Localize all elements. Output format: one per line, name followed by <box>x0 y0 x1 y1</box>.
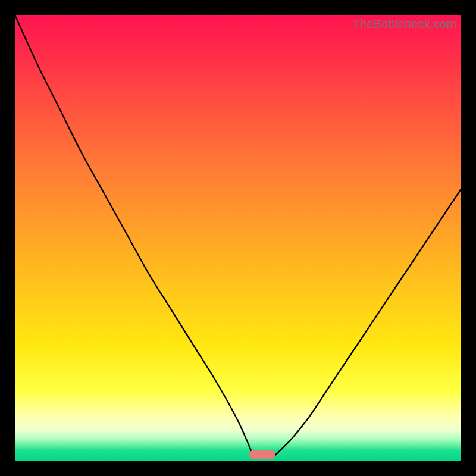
curve-left-branch <box>15 15 253 457</box>
bottleneck-curve <box>15 15 461 461</box>
chart-plot-area: TheBottleneck.com <box>15 15 461 461</box>
optimal-match-marker <box>249 450 275 459</box>
curve-right-branch <box>274 189 461 457</box>
